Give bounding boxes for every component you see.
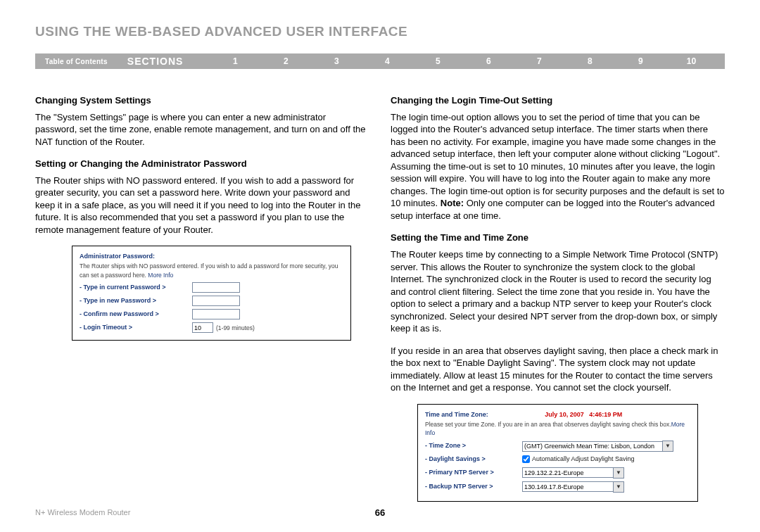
row-confirm-password: - Confirm new Password > [80, 309, 343, 319]
label-confirm-password: - Confirm new Password > [80, 310, 192, 319]
heading-admin-password: Setting or Changing the Administrator Pa… [35, 158, 369, 170]
time-zone-card: Time and Time Zone: July 10, 2007 4:46:1… [417, 404, 698, 502]
input-primary-ntp[interactable] [522, 467, 614, 478]
login-timeout-units: (1-99 minutes) [216, 324, 255, 333]
section-link-4[interactable]: 4 [362, 56, 412, 66]
row-current-password: - Type in current Password > [80, 282, 343, 293]
checkbox-daylight[interactable] [522, 455, 530, 463]
input-new-password[interactable] [192, 296, 240, 306]
para-time-zone: The Router keeps time by connecting to a… [391, 248, 725, 335]
note-label: Note: [441, 198, 464, 208]
label-backup-ntp: - Backup NTP Server > [425, 482, 522, 492]
more-info-link[interactable]: More Info [148, 272, 173, 279]
input-current-password[interactable] [192, 282, 240, 293]
section-link-7[interactable]: 7 [514, 56, 564, 66]
input-backup-ntp[interactable] [522, 481, 614, 492]
toc-link[interactable]: Table of Contents [45, 58, 108, 65]
row-new-password: - Type in new Password > [80, 296, 343, 306]
card-title-time: Time and Time Zone: [425, 411, 488, 418]
admin-password-card: Administrator Password: The Router ships… [72, 246, 351, 341]
heading-time-zone: Setting the Time and Time Zone [391, 232, 725, 244]
label-primary-ntp: - Primary NTP Server > [425, 468, 522, 478]
right-column: Changing the Login Time-Out Setting The … [391, 94, 725, 502]
input-login-timeout[interactable] [192, 322, 213, 333]
select-time-zone[interactable] [522, 441, 663, 452]
card-header-time: Time and Time Zone: July 10, 2007 4:46:1… [425, 410, 690, 420]
section-link-10[interactable]: 10 [666, 56, 716, 66]
row-primary-ntp: - Primary NTP Server > ▼ [425, 467, 690, 479]
footer-page-number: 66 [375, 507, 385, 518]
left-column: Changing System Settings The "System Set… [35, 94, 369, 502]
card-hint-admin: The Router ships with NO password entere… [80, 262, 343, 280]
checkbox-daylight-label: Automatically Adjust Daylight Saving [532, 455, 635, 464]
row-time-zone: - Time Zone > ▼ [425, 441, 690, 452]
section-link-9[interactable]: 9 [615, 56, 666, 66]
section-link-6[interactable]: 6 [463, 56, 514, 66]
para-login-timeout-a: The login time-out option allows you to … [391, 112, 725, 209]
sections-label: SECTIONS [127, 56, 184, 67]
section-link-5[interactable]: 5 [412, 56, 463, 66]
card-hint-text: The Router ships with NO password entere… [80, 262, 338, 279]
label-current-password: - Type in current Password > [80, 283, 192, 293]
para-daylight: If you reside in an area that observes d… [391, 345, 725, 394]
chevron-down-icon[interactable]: ▼ [613, 481, 624, 493]
label-new-password: - Type in new Password > [80, 296, 192, 306]
card-hint-time-text: Please set your time Zone. If you are in… [425, 421, 671, 428]
chevron-down-icon[interactable]: ▼ [662, 441, 673, 452]
input-confirm-password[interactable] [192, 309, 240, 319]
row-backup-ntp: - Backup NTP Server > ▼ [425, 481, 690, 493]
label-daylight: - Daylight Savings > [425, 455, 522, 464]
card-title-admin: Administrator Password: [80, 252, 343, 262]
content-columns: Changing System Settings The "System Set… [35, 94, 725, 502]
label-login-timeout: - Login Timeout > [80, 323, 192, 333]
card-hint-time: Please set your time Zone. If you are in… [425, 420, 690, 438]
page-footer: N+ Wireless Modem Router 66 [35, 508, 725, 517]
section-link-1[interactable]: 1 [210, 56, 260, 66]
heading-login-timeout: Changing the Login Time-Out Setting [391, 94, 725, 107]
card-datetime: July 10, 2007 4:46:19 PM [545, 411, 622, 418]
page-title: USING THE WEB-BASED ADVANCED USER INTERF… [35, 24, 725, 39]
para-login-timeout: The login time-out option allows you to … [391, 111, 725, 222]
para-system-settings: The "System Settings" page is where you … [35, 111, 369, 148]
section-link-3[interactable]: 3 [311, 56, 362, 66]
heading-changing-system-settings: Changing System Settings [35, 94, 369, 107]
label-time-zone: - Time Zone > [425, 441, 522, 451]
footer-product: N+ Wireless Modem Router [35, 508, 130, 517]
row-daylight: - Daylight Savings > Automatically Adjus… [425, 455, 690, 464]
chevron-down-icon[interactable]: ▼ [613, 467, 624, 479]
section-link-2[interactable]: 2 [260, 56, 311, 66]
para-admin-password: The Router ships with NO password entere… [35, 175, 369, 236]
section-link-8[interactable]: 8 [564, 56, 615, 66]
section-navbar: Table of Contents SECTIONS 1 2 3 4 5 6 7… [35, 53, 725, 69]
row-login-timeout: - Login Timeout > (1-99 minutes) [80, 322, 343, 333]
